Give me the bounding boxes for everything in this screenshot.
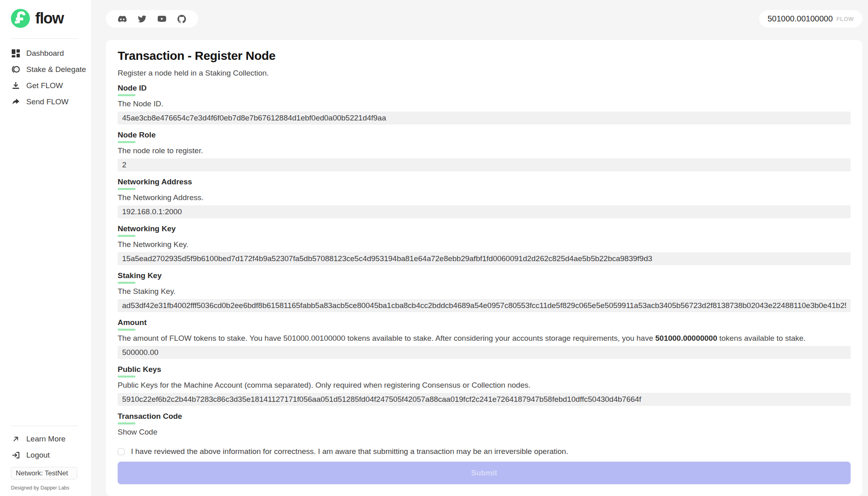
topbar: 501000.00100000 FLOW — [106, 10, 862, 27]
field-networking-address: Networking Address The Networking Addres… — [118, 177, 851, 218]
flow-logo-icon — [11, 9, 30, 28]
external-link-arrow-icon — [11, 434, 20, 443]
sidebar-item-learn-more[interactable]: Learn More — [11, 434, 79, 443]
field-label: Networking Address — [118, 177, 851, 186]
confirmation-checkbox[interactable] — [118, 448, 125, 455]
sidebar-item-dashboard[interactable]: Dashboard — [11, 49, 91, 58]
sidebar-item-logout[interactable]: Logout — [11, 450, 79, 460]
label-underline — [118, 235, 135, 237]
twitter-icon[interactable] — [138, 15, 146, 23]
field-description: The Networking Key. — [118, 240, 851, 249]
sidebar-item-get-flow[interactable]: Get FLOW — [11, 81, 91, 90]
staking-key-input[interactable] — [118, 299, 851, 312]
sidebar-item-label: Get FLOW — [26, 81, 63, 90]
label-underline — [118, 282, 135, 284]
amount-input[interactable] — [118, 346, 851, 359]
sidebar-item-label: Logout — [26, 451, 50, 460]
github-icon[interactable] — [177, 15, 186, 23]
label-underline — [118, 329, 135, 331]
sidebar-divider — [11, 38, 78, 39]
download-icon — [11, 81, 20, 90]
send-arrow-icon — [11, 97, 20, 106]
label-underline — [118, 422, 135, 424]
field-description: The node role to register. — [118, 146, 851, 155]
field-label: Networking Key — [118, 224, 851, 233]
sidebar-footer-nav: Learn More Logout — [11, 434, 79, 460]
field-amount: Amount The amount of FLOW tokens to stak… — [118, 318, 851, 359]
confirmation-label: I have reviewed the above information fo… — [131, 447, 568, 456]
label-underline — [118, 141, 135, 143]
node-id-input[interactable] — [118, 112, 851, 125]
node-role-input[interactable] — [118, 158, 851, 171]
public-keys-input[interactable] — [118, 393, 851, 406]
field-label: Amount — [118, 318, 851, 327]
label-underline — [118, 94, 135, 96]
field-description: The Node ID. — [118, 99, 851, 108]
sidebar-item-label: Stake & Delegate — [26, 65, 86, 74]
label-underline — [118, 376, 135, 378]
main-area: 501000.00100000 FLOW Transaction - Regis… — [91, 0, 868, 496]
available-balance-bold: 501000.00000000 — [655, 334, 717, 342]
sidebar-item-label: Learn More — [26, 435, 65, 443]
field-description: The amount of FLOW tokens to stake. You … — [118, 334, 851, 343]
confirmation-row: I have reviewed the above information fo… — [118, 447, 851, 456]
field-label: Transaction Code — [118, 412, 851, 421]
brand-wordmark: flow — [35, 10, 63, 27]
field-description: Public Keys for the Machine Account (com… — [118, 381, 851, 390]
sidebar-nav: Dashboard Stake & Delegate Get FLOW — [11, 49, 91, 106]
page-title: Transaction - Register Node — [118, 49, 851, 63]
field-public-keys: Public Keys Public Keys for the Machine … — [118, 365, 851, 406]
social-links-pill — [106, 10, 198, 27]
field-description: The Networking Address. — [118, 193, 851, 202]
balance-amount: 501000.00100000 — [768, 14, 833, 23]
field-label: Node Role — [118, 131, 851, 139]
network-badge: Network: TestNet — [11, 467, 77, 479]
submit-button[interactable]: Submit — [118, 462, 851, 484]
sidebar-footer: Learn More Logout Network: TestNet Desig… — [11, 426, 79, 491]
sidebar: flow Dashboard Stake & Delegate — [0, 0, 91, 496]
balance-unit: FLOW — [836, 16, 854, 22]
dashboard-grid-icon — [11, 49, 20, 58]
field-node-id: Node ID The Node ID. — [118, 84, 851, 125]
field-staking-key: Staking Key The Staking Key. — [118, 271, 851, 312]
youtube-icon[interactable] — [158, 15, 166, 23]
sidebar-footer-divider — [11, 426, 78, 426]
transaction-card: Transaction - Register Node Register a n… — [106, 40, 862, 496]
show-code-link[interactable]: Show Code — [118, 428, 157, 437]
field-node-role: Node Role The node role to register. — [118, 131, 851, 171]
field-description: The Staking Key. — [118, 287, 851, 296]
page-subtitle: Register a node held in a Staking Collec… — [118, 69, 851, 78]
label-underline — [118, 188, 135, 190]
field-networking-key: Networking Key The Networking Key. — [118, 224, 851, 265]
stake-circles-icon — [11, 65, 20, 74]
networking-address-input[interactable] — [118, 205, 851, 218]
field-label: Public Keys — [118, 365, 851, 374]
sidebar-item-label: Dashboard — [26, 49, 64, 58]
field-label: Node ID — [118, 84, 851, 93]
account-balance-pill: 501000.00100000 FLOW — [759, 10, 863, 27]
sidebar-item-label: Send FLOW — [26, 97, 69, 106]
credit-text: Designed by Dapper Labs — [11, 485, 79, 491]
flow-brand[interactable]: flow — [11, 9, 91, 28]
field-label: Staking Key — [118, 271, 851, 280]
networking-key-input[interactable] — [118, 252, 851, 265]
logout-icon — [11, 450, 20, 460]
sidebar-item-stake-delegate[interactable]: Stake & Delegate — [11, 65, 91, 74]
sidebar-item-send-flow[interactable]: Send FLOW — [11, 97, 91, 106]
field-transaction-code: Transaction Code Show Code — [118, 412, 851, 437]
discord-icon[interactable] — [118, 15, 127, 23]
